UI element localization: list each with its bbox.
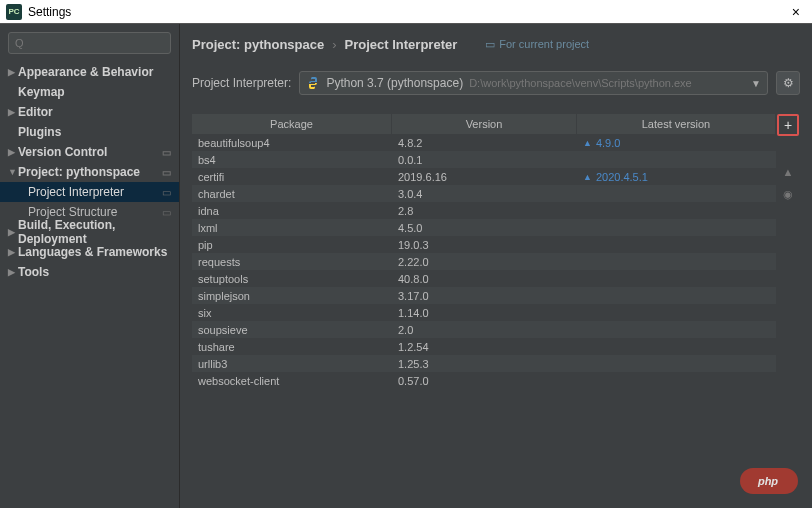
- packages-area: Package Version Latest version beautiful…: [192, 114, 800, 508]
- cell-latest: ▲2020.4.5.1: [577, 171, 776, 183]
- table-row[interactable]: certifi2019.6.16▲2020.4.5.1: [192, 168, 776, 185]
- sidebar-item-label: Tools: [18, 265, 179, 279]
- cell-package: soupsieve: [192, 324, 392, 336]
- latest-version-text: 2020.4.5.1: [596, 171, 648, 183]
- project-scope-icon: ▭: [159, 165, 173, 179]
- interpreter-settings-button[interactable]: ⚙: [776, 71, 800, 95]
- tree-arrow-icon: [8, 227, 18, 237]
- cell-version: 1.25.3: [392, 358, 577, 370]
- sidebar-item-version-control[interactable]: Version Control▭: [0, 142, 179, 162]
- table-header: Package Version Latest version: [192, 114, 776, 134]
- cell-package: websocket-client: [192, 375, 392, 387]
- cell-version: 40.8.0: [392, 273, 577, 285]
- cell-version: 0.0.1: [392, 154, 577, 166]
- table-row[interactable]: chardet3.0.4: [192, 185, 776, 202]
- breadcrumb-project: Project: pythonspace: [192, 37, 324, 52]
- cell-version: 0.57.0: [392, 375, 577, 387]
- cell-version: 3.0.4: [392, 188, 577, 200]
- table-row[interactable]: soupsieve2.0: [192, 321, 776, 338]
- window-title: Settings: [28, 5, 786, 19]
- table-row[interactable]: lxml4.5.0: [192, 219, 776, 236]
- cell-version: 19.0.3: [392, 239, 577, 251]
- table-row[interactable]: bs40.0.1: [192, 151, 776, 168]
- sidebar-item-project-interpreter[interactable]: Project Interpreter▭: [0, 182, 179, 202]
- sidebar-item-label: Editor: [18, 105, 179, 119]
- cell-version: 2.0: [392, 324, 577, 336]
- table-row[interactable]: urllib31.25.3: [192, 355, 776, 372]
- content-panel: Project: pythonspace › Project Interpret…: [180, 24, 812, 508]
- cell-version: 1.2.54: [392, 341, 577, 353]
- table-body: beautifulsoup44.8.2▲4.9.0bs40.0.1certifi…: [192, 134, 776, 508]
- table-row[interactable]: requests2.22.0: [192, 253, 776, 270]
- interpreter-dropdown[interactable]: Python 3.7 (pythonspace) D:\work\pythons…: [299, 71, 768, 95]
- cell-version: 1.14.0: [392, 307, 577, 319]
- cell-version: 3.17.0: [392, 290, 577, 302]
- cell-latest: ▲4.9.0: [577, 137, 776, 149]
- sidebar-item-appearance-behavior[interactable]: Appearance & Behavior: [0, 62, 179, 82]
- eye-icon: ◉: [777, 184, 799, 204]
- breadcrumb: Project: pythonspace › Project Interpret…: [192, 32, 800, 56]
- cell-package: certifi: [192, 171, 392, 183]
- project-scope-icon: ▭: [159, 145, 173, 159]
- table-row[interactable]: beautifulsoup44.8.2▲4.9.0: [192, 134, 776, 151]
- sidebar-item-label: Project: pythonspace: [18, 165, 159, 179]
- sidebar-item-label: Project Interpreter: [28, 185, 159, 199]
- search-icon: Q: [15, 37, 24, 49]
- project-scope-icon: ▭: [159, 205, 173, 219]
- sidebar-item-label: Appearance & Behavior: [18, 65, 179, 79]
- gear-icon: ⚙: [783, 76, 794, 90]
- tree-arrow-icon: [8, 107, 18, 117]
- sidebar-item-label: Project Structure: [28, 205, 159, 219]
- close-icon[interactable]: ×: [786, 4, 806, 20]
- current-project-hint: ▭ For current project: [485, 38, 589, 51]
- sidebar-item-project-pythonspace[interactable]: Project: pythonspace▭: [0, 162, 179, 182]
- table-row[interactable]: setuptools40.8.0: [192, 270, 776, 287]
- tree-arrow-icon: [8, 247, 18, 257]
- header-latest[interactable]: Latest version: [577, 114, 776, 134]
- table-row[interactable]: six1.14.0: [192, 304, 776, 321]
- breadcrumb-separator: ›: [332, 37, 336, 52]
- upgrade-arrow-icon: ▲: [583, 138, 592, 148]
- python-icon: [306, 76, 320, 90]
- header-version[interactable]: Version: [392, 114, 577, 134]
- cell-package: bs4: [192, 154, 392, 166]
- sidebar-item-keymap[interactable]: Keymap: [0, 82, 179, 102]
- header-package[interactable]: Package: [192, 114, 392, 134]
- sidebar-item-build-execution-deployment[interactable]: Build, Execution, Deployment: [0, 222, 179, 242]
- upgrade-arrow-icon: ▲: [583, 172, 592, 182]
- cell-version: 4.8.2: [392, 137, 577, 149]
- hint-text: For current project: [499, 38, 589, 50]
- cell-package: tushare: [192, 341, 392, 353]
- project-icon: ▭: [485, 38, 495, 51]
- watermark: php: [740, 468, 798, 494]
- watermark-text: php: [758, 475, 778, 487]
- table-row[interactable]: pip19.0.3: [192, 236, 776, 253]
- upgrade-indicator-icon: ▲: [777, 162, 799, 182]
- table-side-toolbar: + ▲ ◉: [776, 114, 800, 508]
- project-scope-icon: ▭: [159, 185, 173, 199]
- tree-arrow-icon: [8, 267, 18, 277]
- cell-package: urllib3: [192, 358, 392, 370]
- search-input[interactable]: Q: [8, 32, 171, 54]
- interpreter-label: Project Interpreter:: [192, 76, 291, 90]
- cell-version: 2.22.0: [392, 256, 577, 268]
- sidebar-item-languages-frameworks[interactable]: Languages & Frameworks: [0, 242, 179, 262]
- tree-arrow-icon: [8, 167, 18, 177]
- sidebar-item-tools[interactable]: Tools: [0, 262, 179, 282]
- sidebar-item-editor[interactable]: Editor: [0, 102, 179, 122]
- interpreter-path: D:\work\pythonspace\venv\Scripts\python.…: [469, 77, 745, 89]
- table-row[interactable]: idna2.8: [192, 202, 776, 219]
- cell-package: requests: [192, 256, 392, 268]
- cell-package: six: [192, 307, 392, 319]
- plus-icon: +: [784, 117, 792, 133]
- add-package-button[interactable]: +: [777, 114, 799, 136]
- sidebar-item-label: Languages & Frameworks: [18, 245, 179, 259]
- sidebar-item-plugins[interactable]: Plugins: [0, 122, 179, 142]
- main-area: Q Appearance & BehaviorKeymapEditorPlugi…: [0, 24, 812, 508]
- cell-package: setuptools: [192, 273, 392, 285]
- sidebar: Q Appearance & BehaviorKeymapEditorPlugi…: [0, 24, 180, 508]
- table-row[interactable]: simplejson3.17.0: [192, 287, 776, 304]
- interpreter-name: Python 3.7 (pythonspace): [326, 76, 463, 90]
- table-row[interactable]: tushare1.2.54: [192, 338, 776, 355]
- table-row[interactable]: websocket-client0.57.0: [192, 372, 776, 389]
